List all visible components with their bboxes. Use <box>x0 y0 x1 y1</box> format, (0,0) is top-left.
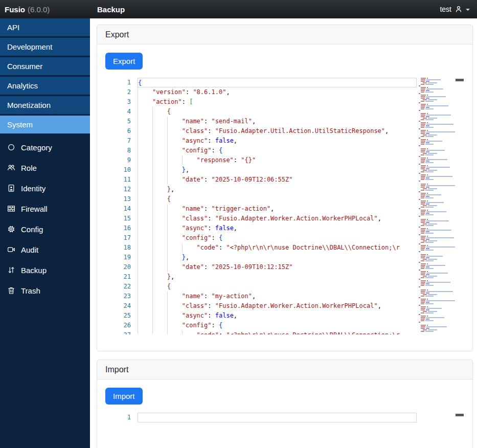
export-code-line: 15 "class": "Fusio.Adapter.Worker.Action… <box>105 214 417 223</box>
line-number: 24 <box>105 301 131 311</box>
sidebar-subitem-firewall[interactable]: Firewall <box>0 198 90 219</box>
line-number: 15 <box>105 214 131 223</box>
code-line-content[interactable]: "date": "2025-10-09T10:12:15Z" <box>138 262 417 272</box>
line-number: 25 <box>105 311 131 321</box>
camera-video-icon <box>7 245 15 254</box>
code-line-content[interactable]: "async": false, <box>138 223 417 233</box>
circle-icon <box>7 143 15 151</box>
export-editor-scrollbar[interactable] <box>456 79 464 81</box>
code-line-content[interactable]: }, <box>138 253 417 262</box>
line-number: 9 <box>105 155 131 165</box>
line-number: 13 <box>105 194 131 204</box>
code-line-content[interactable]: { <box>138 78 417 87</box>
main-content: Export Export 1{2 "version": "8.6.1.0",3… <box>90 18 477 448</box>
import-button[interactable]: Import <box>105 388 143 405</box>
export-code-line: 24 "class": "Fusio.Adapter.Worker.Action… <box>105 301 417 311</box>
sidebar-subitem-trash[interactable]: Trash <box>0 280 90 301</box>
code-line-content[interactable]: "version": "8.6.1.0", <box>138 87 417 97</box>
sidebar-item-api[interactable]: API <box>0 18 90 36</box>
person-badge-icon <box>7 184 15 192</box>
sidebar-subitem-audit[interactable]: Audit <box>0 239 90 260</box>
sidebar-subitem-config[interactable]: Config <box>0 219 90 239</box>
line-number: 11 <box>105 175 131 185</box>
export-code-line: 3 "action": [ <box>105 97 417 107</box>
code-line-content[interactable]: "code": "<?php\r\n\r\nuse Doctrine\\DBAL… <box>138 243 417 253</box>
line-number: 4 <box>105 107 131 117</box>
import-panel: Import Import 1 <box>97 360 473 448</box>
export-code-line: 27 "code": "<?php\r\n\r\nuse Doctrine\\D… <box>105 330 417 334</box>
export-code-line: 2 "version": "8.6.1.0", <box>105 87 417 97</box>
code-line-content[interactable]: "name": "my-action", <box>138 292 417 301</box>
export-button[interactable]: Export <box>105 53 143 70</box>
sidebar-subitem-backup[interactable]: Backup <box>0 260 90 280</box>
sidebar-subitem-identity[interactable]: Identity <box>0 178 90 198</box>
export-code-area[interactable]: 1{2 "version": "8.6.1.0",3 "action": [4 … <box>105 78 417 334</box>
import-panel-body: Import 1 <box>97 379 472 448</box>
code-line-content[interactable] <box>138 413 417 422</box>
code-line-content[interactable]: "config": { <box>138 146 417 155</box>
sidebar-subitem-label: Audit <box>21 245 38 254</box>
line-number: 12 <box>105 185 131 194</box>
code-line-content[interactable]: { <box>138 282 417 292</box>
sidebar-item-monetization[interactable]: Monetization <box>0 96 90 114</box>
code-line-content[interactable]: "class": "Fusio.Adapter.Worker.Action.Wo… <box>138 214 417 223</box>
code-line-content[interactable]: "async": false, <box>138 136 417 146</box>
sidebar-item-system[interactable]: System <box>0 116 90 133</box>
chevron-down-icon <box>466 9 470 11</box>
code-line-content[interactable]: }, <box>138 185 417 194</box>
export-code-line: 19 }, <box>105 253 417 262</box>
code-line-content[interactable]: { <box>138 194 417 204</box>
import-editor-scrollbar[interactable] <box>456 414 464 416</box>
person-icon <box>455 5 463 13</box>
export-code-line: 9 "response": "{}" <box>105 155 417 165</box>
export-code-line: 16 "async": false, <box>105 223 417 233</box>
code-line-content[interactable]: "action": [ <box>138 97 417 107</box>
code-line-content[interactable]: "date": "2025-10-09T12:06:55Z" <box>138 175 417 185</box>
code-line-content[interactable]: "name": "send-mail", <box>138 117 417 126</box>
sidebar-subitem-role[interactable]: Role <box>0 158 90 178</box>
line-number: 3 <box>105 97 131 107</box>
code-line-content[interactable]: "async": false, <box>138 311 417 321</box>
sidebar-item-label: Development <box>7 42 52 51</box>
line-number: 14 <box>105 204 131 214</box>
sidebar-item-consumer[interactable]: Consumer <box>0 57 90 75</box>
line-number: 22 <box>105 282 131 292</box>
code-line-content[interactable]: "class": "Fusio.Adapter.Worker.Action.Wo… <box>138 301 417 311</box>
sidebar-subitem-label: Config <box>21 225 43 234</box>
main-menu: APIDevelopmentConsumerAnalyticsMonetizat… <box>0 18 90 133</box>
sidebar-item-development[interactable]: Development <box>0 38 90 56</box>
import-code-area[interactable]: 1 <box>105 413 417 422</box>
code-line-content[interactable]: "config": { <box>138 321 417 330</box>
export-code-editor[interactable]: 1{2 "version": "8.6.1.0",3 "action": [4 … <box>105 78 464 334</box>
code-line-content[interactable]: "response": "{}" <box>138 155 417 165</box>
export-code-line: 23 "name": "my-action", <box>105 292 417 301</box>
export-code-line: 7 "async": false, <box>105 136 417 146</box>
code-line-content[interactable]: }, <box>138 165 417 175</box>
sidebar-subitem-category[interactable]: Category <box>0 137 90 158</box>
export-minimap[interactable] <box>417 78 455 334</box>
code-line-content[interactable]: "class": "Fusio.Adapter.Util.Action.Util… <box>138 126 417 136</box>
brand[interactable]: Fusio (6.0.0) <box>0 5 90 14</box>
sidebar-subitem-label: Category <box>21 143 52 152</box>
export-code-line: 14 "name": "trigger-action", <box>105 204 417 214</box>
code-line-content[interactable]: }, <box>138 272 417 282</box>
user-menu[interactable]: test <box>440 5 477 13</box>
code-line-content[interactable]: { <box>138 107 417 117</box>
code-line-content[interactable]: "name": "trigger-action", <box>138 204 417 214</box>
gear-icon <box>7 225 15 233</box>
line-number: 27 <box>105 330 131 334</box>
line-number: 21 <box>105 272 131 282</box>
line-number: 7 <box>105 136 131 146</box>
code-line-content[interactable]: "code": "<?php\r\n\r\nuse Doctrine\\DBAL… <box>138 330 417 334</box>
export-code-line: 22 { <box>105 282 417 292</box>
import-minimap[interactable] <box>417 413 455 448</box>
export-panel: Export Export 1{2 "version": "8.6.1.0",3… <box>97 25 473 351</box>
code-line-content[interactable]: "config": { <box>138 233 417 243</box>
export-code-line: 4 { <box>105 107 417 117</box>
line-number: 1 <box>105 413 131 422</box>
export-code-line: 8 "config": { <box>105 146 417 155</box>
export-code-line: 5 "name": "send-mail", <box>105 117 417 126</box>
import-code-editor[interactable]: 1 <box>105 413 464 448</box>
sidebar-item-analytics[interactable]: Analytics <box>0 77 90 95</box>
line-number: 5 <box>105 117 131 126</box>
